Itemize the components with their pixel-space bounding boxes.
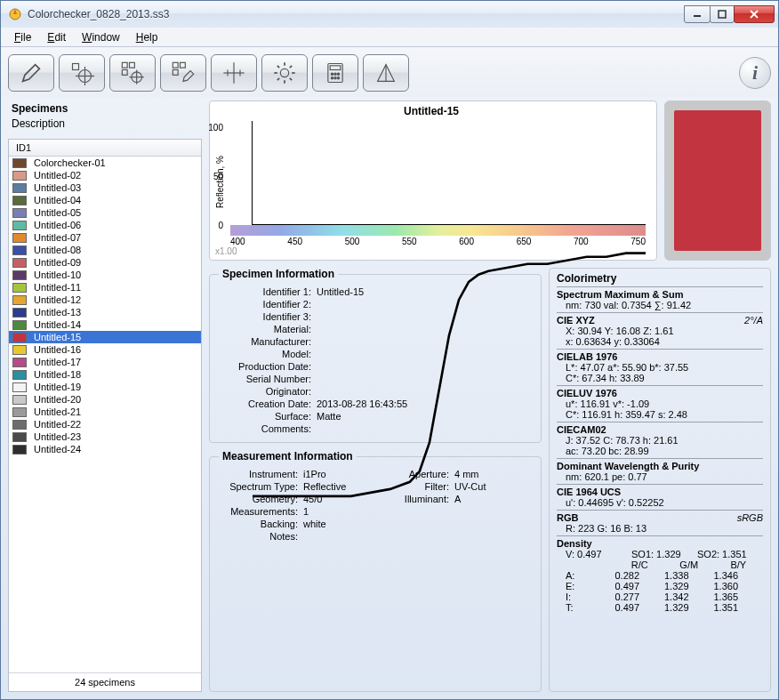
value (454, 531, 532, 542)
value: SO2: 1.351 (697, 549, 763, 559)
close-button[interactable] (734, 5, 775, 23)
list-item[interactable]: Untitled-07 (9, 231, 201, 244)
value: 0.282 (615, 570, 665, 581)
svg-line-28 (290, 78, 292, 80)
tool-grid-edit-button[interactable] (160, 54, 206, 92)
value: T: (566, 602, 615, 613)
svg-rect-2 (719, 11, 726, 18)
item-label: Untitled-13 (34, 307, 81, 318)
svg-line-27 (277, 66, 279, 68)
list-item[interactable]: Untitled-09 (9, 256, 201, 269)
color-preview (664, 101, 771, 261)
menu-edit[interactable]: Edit (39, 29, 74, 45)
value: 1.346 (714, 570, 764, 581)
swatch-icon (12, 420, 27, 430)
list-item[interactable]: Untitled-11 (9, 281, 201, 294)
menu-window[interactable]: Window (74, 29, 128, 45)
col-head: R/C (615, 559, 665, 570)
value: 1.365 (714, 591, 764, 602)
list-item[interactable]: Untitled-22 (9, 418, 201, 430)
list-item[interactable]: Untitled-15 (9, 331, 201, 343)
swatch-icon (12, 320, 27, 330)
svg-point-38 (337, 77, 339, 79)
swatch-icon (12, 245, 27, 255)
item-label: Untitled-17 (34, 357, 81, 367)
item-label: Untitled-11 (34, 282, 81, 293)
swatch-icon (12, 295, 27, 305)
tool-calculator-button[interactable] (312, 54, 358, 92)
list-body[interactable]: Colorchecker-01Untitled-02Untitled-03Unt… (9, 157, 201, 672)
item-label: Untitled-21 (34, 406, 81, 417)
specimen-list: ID1 Colorchecker-01Untitled-02Untitled-0… (8, 139, 202, 692)
list-item[interactable]: Untitled-04 (9, 194, 201, 206)
col-head: G/M (664, 559, 714, 570)
swatch-icon (12, 196, 27, 205)
label: Notes: (219, 531, 303, 542)
list-item[interactable]: Untitled-05 (9, 206, 201, 219)
list-item[interactable]: Untitled-21 (9, 406, 201, 418)
swatch-icon (12, 258, 27, 268)
swatch-icon (12, 333, 27, 342)
svg-rect-16 (181, 62, 186, 68)
tool-sun-button[interactable] (261, 54, 308, 92)
list-item[interactable]: Untitled-16 (9, 343, 201, 356)
list-item[interactable]: Untitled-24 (9, 443, 201, 455)
list-item[interactable]: Untitled-12 (9, 294, 201, 306)
list-item[interactable]: Untitled-02 (9, 169, 201, 181)
list-item[interactable]: Untitled-23 (9, 430, 201, 443)
tool-target-button[interactable] (59, 54, 105, 92)
swatch-icon (12, 432, 27, 442)
tool-peak-button[interactable] (363, 54, 409, 92)
value: 1.342 (664, 591, 714, 602)
list-item[interactable]: Untitled-14 (9, 318, 201, 331)
swatch-icon (12, 208, 27, 218)
menu-help[interactable]: Help (128, 29, 166, 45)
ytick: 100 (209, 122, 223, 132)
value: 1.360 (714, 581, 764, 591)
swatch-icon (12, 183, 27, 193)
item-label: Untitled-02 (34, 170, 81, 181)
item-label: Untitled-06 (34, 220, 81, 230)
minimize-button[interactable] (684, 5, 711, 23)
column-header[interactable]: ID1 (9, 140, 201, 157)
list-item[interactable]: Untitled-08 (9, 244, 201, 256)
svg-line-30 (290, 66, 292, 68)
item-label: Untitled-12 (34, 294, 81, 305)
value: E: (566, 581, 615, 591)
list-item[interactable]: Untitled-18 (9, 368, 201, 381)
tool-edit-button[interactable] (8, 54, 54, 92)
value: 1.351 (714, 602, 764, 613)
list-item[interactable]: Colorchecker-01 (9, 157, 201, 169)
list-item[interactable]: Untitled-13 (9, 306, 201, 318)
maximize-button[interactable] (710, 5, 735, 23)
value: A: (566, 570, 615, 581)
menubar: File Edit Window Help (1, 28, 778, 47)
swatch-icon (12, 358, 27, 367)
titlebar[interactable]: Colorchecker_0828_2013.ss3 (1, 1, 778, 28)
item-label: Untitled-10 (34, 270, 81, 280)
item-label: Untitled-03 (34, 182, 81, 193)
item-label: Untitled-04 (34, 195, 81, 205)
description-label: Description (8, 117, 202, 135)
list-item[interactable]: Untitled-20 (9, 393, 201, 406)
value (303, 531, 388, 542)
tool-grid-target-button[interactable] (109, 54, 156, 92)
svg-point-37 (334, 77, 336, 79)
swatch-icon (12, 395, 27, 405)
list-item[interactable]: Untitled-06 (9, 219, 201, 231)
list-item[interactable]: Untitled-03 (9, 181, 201, 194)
swatch-icon (12, 270, 27, 280)
menu-file[interactable]: File (6, 29, 39, 45)
item-label: Untitled-24 (34, 444, 81, 455)
swatch-icon (12, 407, 27, 417)
svg-point-33 (331, 73, 333, 75)
svg-rect-17 (173, 70, 178, 76)
list-item[interactable]: Untitled-19 (9, 381, 201, 393)
value: white (303, 519, 388, 529)
list-item[interactable]: Untitled-10 (9, 269, 201, 281)
tool-crosshair-button[interactable] (211, 54, 257, 92)
item-label: Untitled-15 (34, 332, 81, 342)
info-button[interactable]: i (739, 57, 771, 89)
value: 1.329 (664, 602, 714, 613)
list-item[interactable]: Untitled-17 (9, 356, 201, 368)
